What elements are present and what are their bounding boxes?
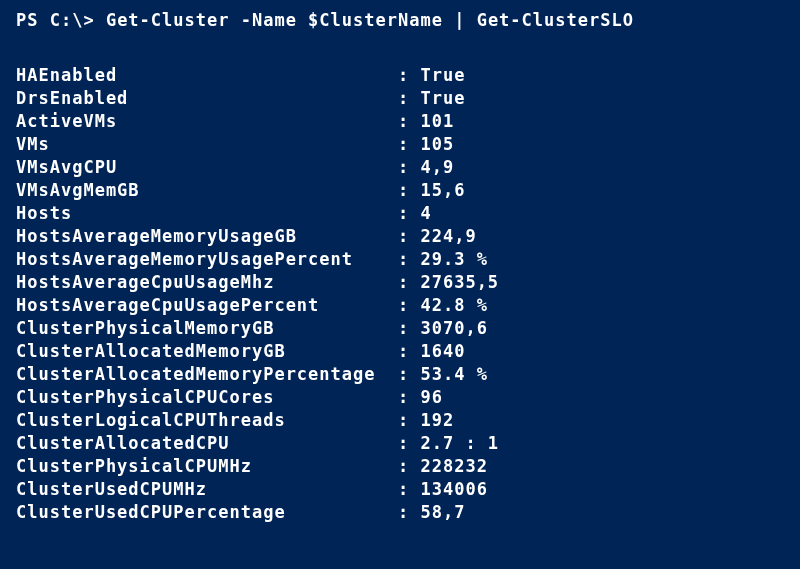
output-row: HostsAverageMemoryUsagePercent : 29.3 % (16, 248, 784, 271)
output-row: ClusterPhysicalCPUMHz : 228232 (16, 455, 784, 478)
output-row: ClusterPhysicalCPUCores : 96 (16, 386, 784, 409)
output-row: ActiveVMs : 101 (16, 110, 784, 133)
output-row: HostsAverageCpuUsageMhz : 27635,5 (16, 271, 784, 294)
output-row: HAEnabled : True (16, 64, 784, 87)
output-row: ClusterUsedCPUMHz : 134006 (16, 478, 784, 501)
output-row: ClusterUsedCPUPercentage : 58,7 (16, 501, 784, 524)
output-row: DrsEnabled : True (16, 87, 784, 110)
output-row: VMsAvgCPU : 4,9 (16, 156, 784, 179)
command-output: HAEnabled : TrueDrsEnabled : TrueActiveV… (16, 64, 784, 524)
output-row: ClusterAllocatedMemoryGB : 1640 (16, 340, 784, 363)
command-line[interactable]: PS C:\> Get-Cluster -Name $ClusterName |… (16, 10, 784, 30)
output-row: HostsAverageCpuUsagePercent : 42.8 % (16, 294, 784, 317)
output-row: HostsAverageMemoryUsageGB : 224,9 (16, 225, 784, 248)
output-row: Hosts : 4 (16, 202, 784, 225)
output-row: ClusterAllocatedCPU : 2.7 : 1 (16, 432, 784, 455)
output-row: ClusterLogicalCPUThreads : 192 (16, 409, 784, 432)
output-row: VMs : 105 (16, 133, 784, 156)
output-row: ClusterPhysicalMemoryGB : 3070,6 (16, 317, 784, 340)
prompt: PS C:\> (16, 10, 106, 30)
output-row: ClusterAllocatedMemoryPercentage : 53.4 … (16, 363, 784, 386)
output-row: VMsAvgMemGB : 15,6 (16, 179, 784, 202)
command: Get-Cluster -Name $ClusterName | Get-Clu… (106, 10, 634, 30)
